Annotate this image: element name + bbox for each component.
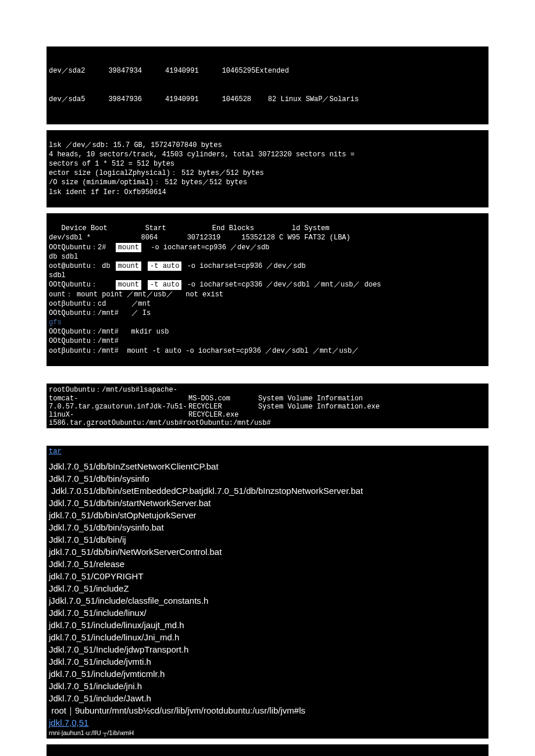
tar-line: Jdkl.7.0_51/includeZ xyxy=(49,582,486,594)
tar-line: Jdkl.7.0_51/include/jni.h xyxy=(49,680,486,692)
tar-line: Jdkl.7.0.51/db/bin/setEmbeddedCP.batjdkl… xyxy=(49,485,486,497)
tar-line: jdkl.7.0_51/include/jvmticmlr.h xyxy=(49,668,486,680)
blocks-col: 10465295Extended xyxy=(222,66,289,76)
mount-line: ount： mount point ／mnt／usb／ not exist xyxy=(49,291,223,299)
mount-cmd: mount xyxy=(116,280,141,289)
disk-line: lsk ／dev／sdb: 15.7 GB, 15724707840 bytes xyxy=(49,141,222,149)
end-col: 41940991 xyxy=(165,66,199,76)
mount-final: ootβubuntu：/mnt# mount -t auto -o iochar… xyxy=(49,347,359,355)
ls-final-prompt: i586.tar.gzrootOubuntu:/mnt/usb#rootOubu… xyxy=(49,419,486,427)
tar-line: Jdkl.7.0_51/Include/jdwpTransport.h xyxy=(49,643,486,655)
tar-line: Jdkl.7.0_51/include/jvmti.h xyxy=(49,655,486,668)
cd-ls-prompt: root｜9ubuntur/mnt/usb½cd/usr/lib/jvm/roo… xyxy=(49,704,486,716)
dev-col: dev／sda2 xyxy=(49,66,85,76)
table-row: dev／sda2 39847934 41940991 10465295Exten… xyxy=(49,66,486,76)
tar-line: Jdkl.7.0_51/db/bin/startNetworkServer.ba… xyxy=(49,497,486,509)
device-mount-block: Device Boot Start End Blocks ld System d… xyxy=(47,213,488,366)
tar-line: jdkl.7.0_51/db/bin/NetWorkServerControl.… xyxy=(49,546,486,558)
mount-line: OOtQubuntu： mount -t auto -o iocharset=c… xyxy=(49,281,381,289)
dev-col: dev／sda5 xyxy=(49,95,85,104)
cd-line: ootβubuntu：cd ／mnt xyxy=(49,300,151,308)
tar-line: jJdkl.7.0_51/include/classfile_constants… xyxy=(49,594,486,607)
table-row: dev／sda5 39847936 41940991 1046528 82 Li… xyxy=(49,95,486,104)
tar-line: Jdkl.7.0_51/include/linux/ xyxy=(49,607,486,619)
tar-header: tar xyxy=(49,447,486,457)
end-col: 41940991 xyxy=(165,95,199,104)
device-row: db sdbl xyxy=(49,253,78,261)
gfs-entry: gfs xyxy=(49,318,62,327)
tar-line: Jdkl.7.0_51/db/bin/sysinfo.bat xyxy=(49,521,486,533)
tar-listing-block: tar Jdkl.7.0_51/db/bInZsetNetworKClientC… xyxy=(47,446,488,739)
ls-item: 7.0.57.tar.gzautorun.infJdk-7u51- xyxy=(49,403,188,411)
mkdir-line: OOtQubuntu：/mnt# mkdir usb xyxy=(49,328,169,336)
start-col: 39847934 xyxy=(108,66,142,76)
tar-line: Jdkl.7.0_51/include/Jawt.h xyxy=(49,692,486,704)
ls-item: linuX- xyxy=(49,411,188,419)
ls-item: RECYCLER.exe xyxy=(188,411,258,419)
disk-line: sectors of 1 * 512 = 512 bytes xyxy=(49,160,174,168)
tar-line: Jdkl.7.0_51/db/bin/sysinfo xyxy=(49,472,486,485)
tar-line: Jdkl.7.0_51/db/bInZsetNetworKClientCP.ba… xyxy=(49,460,486,472)
mount-cmd: mount xyxy=(116,261,141,271)
tar-line: jdkl.7.0_51/include/linux/Jni_md.h xyxy=(49,631,486,643)
device-row: dev/sdbl * 8064 30712319 15352128 C W95 … xyxy=(49,234,350,242)
tar-line: jdkl.7.0_51/include/linux/jaujt_md.h xyxy=(49,619,486,631)
disk-line: lsk ident if Ier: Oxfb950614 xyxy=(49,188,166,196)
mount-line: oot@ubuntu： db mount -t auto -o iocharse… xyxy=(49,262,306,270)
disk-line: 4 heads, 10 sectors/track, 41503 cylinde… xyxy=(49,151,355,159)
blocks-col: 1046528 82 Linux SWaP／Solaris xyxy=(222,95,359,104)
lib-block: libisccc.so.80.O.O vmwa rootOubuntu:/usr… xyxy=(47,744,488,756)
ls-prompt: rootOubuntu：/mnt/usb#lsapache- xyxy=(49,385,486,395)
device-header: Device Boot Start End Blocks ld System xyxy=(49,224,329,232)
tar-line: Jdkl.7.0_51/release xyxy=(49,558,486,570)
ls-item: tomcat- xyxy=(49,395,188,403)
mount-cmd: mount xyxy=(116,243,141,252)
ls-output-block: rootOubuntu：/mnt/usb#lsapache- tomcat- 7… xyxy=(47,384,488,428)
mount-line: OOtQubuntu：2# mount -o iocharset=cp936 ／… xyxy=(49,243,269,252)
partition-table: dev／sda2 39847934 41940991 10465295Exten… xyxy=(47,46,488,124)
ls-item: RECYCLER xyxy=(188,403,258,411)
disk-line: /O size (minimum/optimal)： 512 bytes／512… xyxy=(49,178,247,187)
ls-item: System Volume Information xyxy=(258,395,380,403)
tar-line: Jdkl.7.0_51/db/bin/ij xyxy=(49,533,486,546)
tar-line: jdkl.7.0_51/C0PYRIGHT xyxy=(49,570,486,582)
tar-line: jdkl.7.0_51/db/bin/stOpNetujorkServer xyxy=(49,509,486,521)
jdk-dir: jdkl.7,0,51 xyxy=(49,716,486,729)
ls-line: OOtQubuntu：/mnt# ／ Is xyxy=(49,309,151,317)
start-col: 39847936 xyxy=(108,95,142,104)
prompt-line: OOtQubuntu：/mnt# xyxy=(49,337,119,345)
mount-opt: -t auto xyxy=(148,261,181,271)
disk-info-block: lsk ／dev／sdb: 15.7 GB, 15724707840 bytes… xyxy=(47,130,488,208)
device-row: sdbl xyxy=(49,271,66,280)
ls-item: System Volume Information.exe xyxy=(258,403,380,411)
rnni-line: rnni·|auhun1·u:/IlU ┬/1ib/ıкmH xyxy=(49,729,486,737)
ls-item: MS-DOS.com xyxy=(188,395,258,403)
mount-opt: -t auto xyxy=(148,280,181,289)
disk-line: ector size (logicalZphysical)： 512 bytes… xyxy=(49,169,264,177)
